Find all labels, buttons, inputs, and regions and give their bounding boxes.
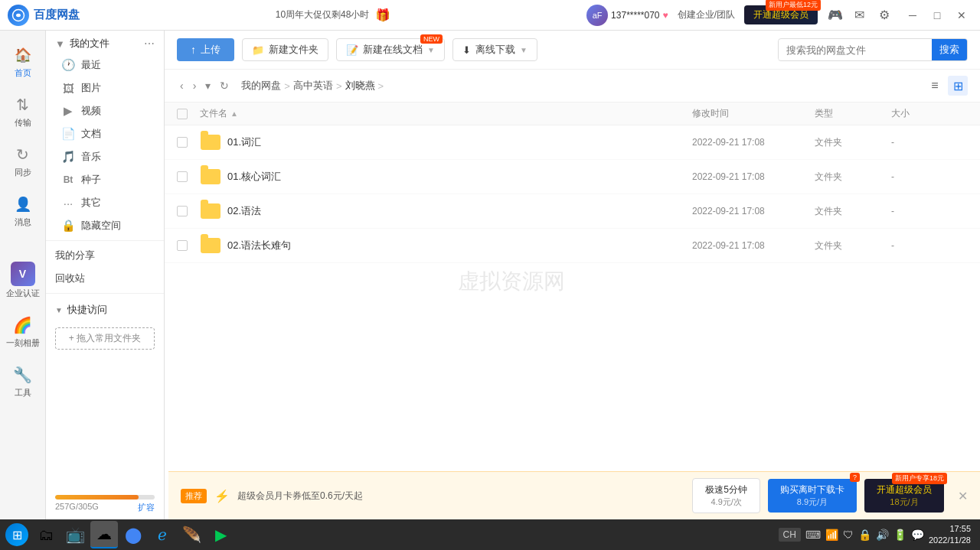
my-files-label: 我的文件 bbox=[70, 37, 109, 50]
file-size-1: - bbox=[891, 171, 968, 182]
toolbar: ↑ 上传 📁 新建文件夹 📝 新建在线文档 NEW ▼ ⬇ 离线下载 ▼ 搜 bbox=[165, 31, 980, 70]
nav-sync[interactable]: ↻ 同步 bbox=[0, 138, 45, 184]
network-icon[interactable]: 📶 bbox=[825, 529, 838, 541]
expand-button[interactable]: 扩容 bbox=[138, 502, 155, 513]
fast-download-button[interactable]: 极速5分钟 4.9元/次 bbox=[692, 478, 760, 513]
watermark: 虚拟资源网 bbox=[458, 266, 565, 295]
sidebar-wide: ▼ 我的文件 ⋯ 🕐 最近 🖼 图片 ▶ 视频 📄 文档 🎵 音乐 Bt 种子 bbox=[46, 31, 165, 519]
add-folder-button[interactable]: + 拖入常用文件夹 bbox=[55, 327, 155, 350]
grid-view-button[interactable]: ⊞ bbox=[948, 76, 968, 96]
main-layout: 🏠 首页 ⇅ 传输 ↻ 同步 👤 消息 V 企业认证 🌈 一刻相册 🔧 工具 bbox=[0, 31, 980, 519]
refresh-button[interactable]: ↻ bbox=[217, 78, 232, 93]
upload-button[interactable]: ↑ 上传 bbox=[177, 38, 234, 61]
breadcrumb-level1[interactable]: 高中英语 bbox=[293, 79, 333, 93]
checkbox-0[interactable] bbox=[177, 137, 188, 148]
table-row[interactable]: 02.语法 2022-09-21 17:08 文件夹 - bbox=[165, 194, 980, 229]
taskbar-app-filemanager[interactable]: 🗂 bbox=[32, 521, 60, 548]
minimize-button[interactable]: ─ bbox=[902, 5, 923, 26]
header-name[interactable]: 文件名 ▲ bbox=[200, 107, 692, 120]
taskbar-app-feishu[interactable]: 🪶 bbox=[178, 521, 205, 548]
sidebar-item-other[interactable]: ··· 其它 bbox=[46, 191, 164, 214]
table-row[interactable]: 02.语法长难句 2022-09-21 17:08 文件夹 - bbox=[165, 229, 980, 263]
taskbar-app-ie[interactable]: ℯ bbox=[149, 521, 176, 548]
language-button[interactable]: CH bbox=[779, 528, 801, 542]
sidebar-item-seed[interactable]: Bt 种子 bbox=[46, 168, 164, 191]
nav-enterprise[interactable]: V 企业认证 bbox=[0, 255, 45, 305]
nav-message[interactable]: 👤 消息 bbox=[0, 187, 45, 234]
game-icon[interactable]: 🎮 bbox=[827, 7, 844, 24]
lock-icon: 🔒 bbox=[61, 219, 75, 233]
settings-icon[interactable]: ⚙ bbox=[876, 7, 893, 24]
sidebar-item-trash[interactable]: 回收站 bbox=[46, 267, 164, 290]
album-icon: 🌈 bbox=[12, 314, 34, 336]
sidebar-item-pictures[interactable]: 🖼 图片 bbox=[46, 76, 164, 99]
nav-transfer[interactable]: ⇅ 传输 bbox=[0, 88, 45, 135]
antivirus-icon[interactable]: 🔒 bbox=[858, 529, 871, 541]
create-team-btn[interactable]: 创建企业/团队 bbox=[678, 8, 735, 21]
tools-icon: 🔧 bbox=[12, 364, 34, 386]
clock-icon: 🕐 bbox=[61, 58, 75, 72]
vip-button[interactable]: 新用户最低12元 开通超级会员 bbox=[744, 5, 818, 24]
nav-tools[interactable]: 🔧 工具 bbox=[0, 358, 45, 405]
file-name-3: 02.语法长难句 bbox=[227, 239, 692, 252]
select-all-checkbox[interactable] bbox=[177, 109, 188, 119]
header-name-label: 文件名 bbox=[200, 107, 227, 120]
vip-banner-button[interactable]: 新用户专享18元 开通超级会员 18元/月 bbox=[864, 479, 944, 513]
nav-tools-label: 工具 bbox=[15, 387, 31, 399]
new-doc-button[interactable]: 📝 新建在线文档 NEW ▼ bbox=[336, 38, 445, 61]
search-input[interactable] bbox=[779, 41, 932, 60]
file-size-3: - bbox=[891, 240, 968, 251]
breadcrumb-root[interactable]: 我的网盘 bbox=[241, 79, 281, 93]
dropdown-nav-button[interactable]: ▾ bbox=[202, 78, 214, 93]
back-button[interactable]: ‹ bbox=[177, 78, 187, 93]
checkbox-1[interactable] bbox=[177, 171, 188, 182]
file-list: 文件名 ▲ 修改时间 类型 大小 01.词汇 2022-09-21 bbox=[165, 103, 980, 519]
shield-icon[interactable]: 🛡 bbox=[843, 529, 854, 541]
mail-icon[interactable]: ✉ bbox=[851, 7, 868, 24]
taskbar-app-media[interactable]: 📺 bbox=[61, 521, 89, 548]
new-folder-button[interactable]: 📁 新建文件夹 bbox=[242, 38, 328, 61]
offline-download-button[interactable]: ⬇ 离线下载 ▼ bbox=[452, 38, 537, 61]
table-row[interactable]: 01.核心词汇 2022-09-21 17:08 文件夹 - bbox=[165, 160, 980, 194]
nav-home[interactable]: 🏠 首页 bbox=[0, 38, 45, 85]
maximize-button[interactable]: □ bbox=[926, 5, 948, 26]
top-icons: 🎮 ✉ ⚙ bbox=[827, 7, 893, 24]
notification-icon[interactable]: 💬 bbox=[911, 529, 924, 541]
table-row[interactable]: 01.词汇 2022-09-21 17:08 文件夹 - bbox=[165, 125, 980, 160]
close-button[interactable]: ✕ bbox=[951, 5, 972, 26]
cloud-download-button[interactable]: 购买离时下载卡 8.9元/月 ? bbox=[768, 479, 857, 513]
checkbox-3[interactable] bbox=[177, 240, 188, 251]
sidebar-item-video[interactable]: ▶ 视频 bbox=[46, 99, 164, 122]
sidebar-item-share[interactable]: 我的分享 bbox=[46, 244, 164, 267]
folder-shape-3 bbox=[201, 238, 220, 253]
taskbar-app-baidu[interactable]: ☁ bbox=[90, 521, 118, 548]
taskbar-app-chrome[interactable]: ⬤ bbox=[119, 521, 147, 548]
clock-display[interactable]: 17:55 2022/11/28 bbox=[929, 523, 971, 547]
start-button[interactable]: ⊞ bbox=[3, 521, 31, 548]
more-icon[interactable]: ⋯ bbox=[144, 37, 155, 50]
gift-icon: 🎁 bbox=[375, 8, 390, 22]
file-name-0: 01.词汇 bbox=[227, 135, 692, 149]
battery-icon[interactable]: 🔋 bbox=[893, 529, 906, 541]
sidebar-item-docs[interactable]: 📄 文档 bbox=[46, 122, 164, 145]
sidebar-item-recent[interactable]: 🕐 最近 bbox=[46, 54, 164, 76]
search-button[interactable]: 搜索 bbox=[932, 39, 967, 60]
volume-icon[interactable]: 🔊 bbox=[876, 529, 889, 541]
nav-album[interactable]: 🌈 一刻相册 bbox=[0, 308, 45, 355]
checkbox-2[interactable] bbox=[177, 206, 188, 216]
trash-label: 回收站 bbox=[55, 272, 85, 284]
quick-access-header[interactable]: ▼ 快捷访问 bbox=[55, 303, 155, 317]
keyboard-icon[interactable]: ⌨ bbox=[805, 529, 821, 541]
taskbar-app-game[interactable]: ▶ bbox=[207, 521, 234, 548]
sidebar-item-private[interactable]: 🔒 隐藏空间 bbox=[46, 214, 164, 237]
transfer-icon: ⇅ bbox=[12, 94, 34, 116]
download-label: 离线下载 bbox=[475, 43, 515, 57]
user-area[interactable]: aF 137*****070 ♥ bbox=[586, 5, 668, 26]
sidebar-item-music[interactable]: 🎵 音乐 bbox=[46, 145, 164, 168]
my-files-header[interactable]: ▼ 我的文件 ⋯ bbox=[46, 31, 164, 54]
forward-button[interactable]: › bbox=[190, 78, 200, 93]
breadcrumb-sep-2: > bbox=[336, 80, 342, 92]
banner-close-button[interactable]: ✕ bbox=[958, 489, 968, 503]
breadcrumb-level2: 刘晓燕 bbox=[345, 79, 375, 93]
list-view-button[interactable]: ≡ bbox=[925, 76, 945, 96]
